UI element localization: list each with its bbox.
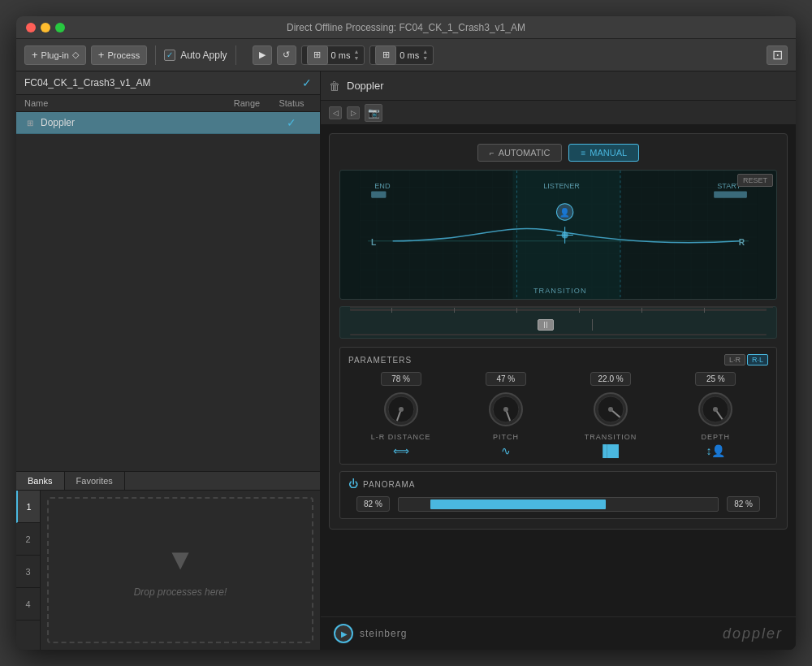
pitch-knob[interactable] [486,389,526,430]
effects-list: ⊞ Doppler ✓ [16,112,320,471]
knob-group-lr-distance: 78 % L-R DISTANCE ⟺ [365,372,438,457]
track-check-icon: ✓ [302,76,312,89]
play-button[interactable]: ▶ [253,45,272,65]
col-name-header: Name [24,98,222,108]
panorama-power-button[interactable]: ⏻ [348,478,358,490]
add-plugin-button[interactable]: + Plug-in ◇ [24,45,86,65]
viz-svg: 👤 END START LISTENER [340,171,776,299]
minimize-button[interactable] [41,23,50,32]
bank-drop-area: ▼ Drop processes here! [47,497,313,643]
visualization-area: RESET [339,170,777,300]
effect-name: Doppler [41,117,271,128]
svg-text:L: L [371,238,376,247]
slider-handle[interactable] [538,319,554,331]
traffic-lights [26,23,65,32]
close-button[interactable] [26,23,36,32]
lr-button[interactable]: L·R [724,354,745,365]
transition-knob[interactable] [590,389,631,430]
left-panel: FC04_CK_1_Crash3_v1_AM ✓ Name Range Stat… [16,71,321,650]
maximize-button[interactable] [55,23,65,32]
steinberg-logo: ▶ steinberg [334,624,407,643]
automatic-label: AUTOMATIC [499,148,551,158]
banks-section: Banks Favorites 1 2 3 4 ▼ Drop p [16,471,320,650]
arrow-down-2: ▼ [422,55,428,61]
auto-apply-checkbox[interactable] [164,50,175,61]
rl-button[interactable]: R·L [747,354,768,365]
nav-prev-button[interactable]: ◁ [329,106,342,119]
drop-text: Drop processes here! [134,586,227,598]
depth-knob[interactable] [695,389,736,430]
svg-point-27 [608,407,613,412]
pitch-label: PITCH [493,433,519,441]
bank-number-3[interactable]: 3 [16,556,40,588]
camera-button[interactable]: 📷 [365,104,382,122]
slider-track-bottom[interactable] [350,334,767,335]
transition-label: TRANSITION [585,433,637,441]
doppler-product-name: doppler [723,625,783,642]
tab-favorites[interactable]: Favorites [65,472,125,490]
slider-handle-container[interactable] [350,319,767,331]
trash-icon[interactable]: 🗑 [329,80,340,93]
params-header: PARAMETERS L·R R·L [348,354,768,365]
doppler-inner: ⌐ AUTOMATIC ≡ MANUAL RESET [329,133,788,530]
manual-mode-button[interactable]: ≡ MANUAL [568,144,639,162]
effect-status-check: ✓ [271,116,312,129]
svg-text:END: END [374,182,391,190]
doppler-body: ⌐ AUTOMATIC ≡ MANUAL RESET [321,125,796,616]
arrow-up-2: ▲ [422,49,428,54]
reset-button[interactable]: RESET [737,174,773,187]
bank-number-1[interactable]: 1 [16,491,40,523]
nav-next-button[interactable]: ▷ [347,106,360,119]
svg-point-30 [713,407,718,412]
depth-icon: ↕👤 [706,444,725,457]
table-row[interactable]: ⊞ Doppler ✓ [16,112,320,134]
auto-apply-group: Auto Apply [164,50,227,61]
lr-distance-knob[interactable] [381,389,421,430]
panorama-value-left: 82 % [356,496,390,512]
svg-text:TRANSITION: TRANSITION [533,287,587,295]
svg-text:👤: 👤 [559,207,570,218]
grid-icon-2: ⊞ [375,45,396,65]
grid-icon: ⊞ [307,45,328,65]
effect-icon: ⊞ [24,117,36,128]
svg-text:LISTENER: LISTENER [543,182,580,190]
expand-button[interactable]: ⊡ [767,45,788,65]
banks-tabs: Banks Favorites [16,472,320,491]
tab-banks[interactable]: Banks [16,472,65,490]
right-panel: 🗑 Doppler ◁ ▷ 📷 ⌐ AUTOMATIC [321,71,796,650]
time-display-2[interactable]: ⊞ 0 ms ▲ ▼ [369,45,434,65]
loop-button[interactable]: ↺ [277,45,296,65]
title-bar: Direct Offline Processing: FC04_CK_1_Cra… [16,16,796,39]
slider-area [339,306,777,339]
parameters-section: PARAMETERS L·R R·L 78 % [339,347,777,465]
col-range-header: Range [222,98,271,108]
panorama-header: ⏻ PANORAMA [348,478,768,490]
play-icon: ▶ [341,629,348,638]
panorama-bar[interactable] [398,497,719,512]
time-display-1[interactable]: ⊞ 0 ms ▲ ▼ [301,45,365,65]
plugin-controls-bar: ◁ ▷ 📷 [321,101,796,125]
svg-rect-10 [371,191,386,197]
toolbar-separator [155,45,156,65]
track-name: FC04_CK_1_Crash3_v1_AM [24,77,150,89]
pitch-value: 47 % [486,372,526,386]
plus-icon: + [32,50,38,60]
manual-icon: ≡ [581,149,585,158]
plugin-header: 🗑 Doppler [321,71,796,101]
process-label: Process [107,50,140,60]
lr-distance-value: 78 % [381,372,421,386]
time-arrows-1: ▲ ▼ [353,49,359,61]
bank-number-2[interactable]: 2 [16,523,40,556]
automatic-mode-button[interactable]: ⌐ AUTOMATIC [477,144,563,162]
add-process-button[interactable]: + Process [91,45,147,65]
steinberg-circle-icon: ▶ [334,624,353,643]
plugin-label: Plug-in [41,50,69,60]
time-value-2: 0 ms [400,50,419,60]
main-content: FC04_CK_1_Crash3_v1_AM ✓ Name Range Stat… [16,71,796,650]
svg-point-24 [503,407,508,412]
window-title: Direct Offline Processing: FC04_CK_1_Cra… [287,22,525,33]
bank-number-4[interactable]: 4 [16,588,40,621]
steinberg-brand: steinberg [360,628,407,639]
slider-track-top[interactable] [350,309,767,311]
lr-distance-label: L-R DISTANCE [371,433,431,441]
